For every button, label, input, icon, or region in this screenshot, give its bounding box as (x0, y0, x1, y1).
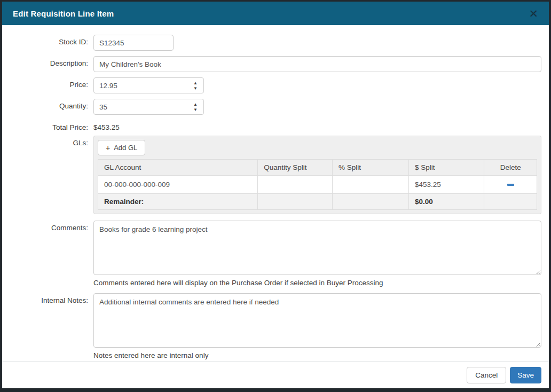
gl-table-header-row: GL Account Quantity Split % Split $ Spli… (98, 160, 537, 176)
price-label: Price: (2, 77, 93, 93)
edit-requisition-modal: Edit Requisition Line Item ✕ Stock ID: D… (2, 2, 549, 388)
delete-header: Delete (484, 160, 537, 176)
quantity-label: Quantity: (2, 99, 93, 115)
remainder-delete-cell (484, 194, 537, 210)
quantity-split-cell[interactable] (258, 176, 333, 194)
gl-account-cell[interactable]: 00-000-000-000-009 (98, 176, 258, 194)
description-input[interactable] (93, 56, 541, 72)
gl-panel: + Add GL GL Account Quantity Split % Spl… (93, 136, 541, 214)
cancel-button[interactable]: Cancel (467, 367, 506, 383)
close-icon[interactable]: ✕ (528, 7, 539, 20)
dollar-split-header: $ Split (408, 160, 484, 176)
internal-notes-row: Internal Notes: Additional internal comm… (2, 293, 541, 359)
add-gl-button-label: Add GL (114, 144, 137, 152)
gl-table-row: 00-000-000-000-009 $453.25 (98, 176, 537, 194)
save-button[interactable]: Save (510, 367, 541, 383)
percent-split-cell[interactable] (332, 176, 408, 194)
description-label: Description: (2, 56, 93, 72)
price-row: Price: ▲ ▼ (2, 77, 541, 93)
modal-header: Edit Requisition Line Item ✕ (2, 2, 549, 25)
modal-body: Stock ID: Description: Price: ▲ ▼ (2, 25, 549, 361)
total-price-label: Total Price: (2, 120, 93, 131)
spin-up-icon[interactable]: ▲ (193, 103, 198, 106)
gls-label: GLs: (2, 136, 93, 214)
spin-up-icon[interactable]: ▲ (193, 81, 198, 85)
comments-row: Comments: Books for grade 6 learning pro… (2, 221, 541, 287)
quantity-spinner: ▲ ▼ (93, 99, 204, 115)
remainder-percent-split (332, 194, 408, 210)
stock-id-label: Stock ID: (2, 35, 93, 51)
remainder-quantity-split (258, 194, 333, 210)
modal-footer: Cancel Save (2, 361, 549, 388)
modal-title: Edit Requisition Line Item (13, 9, 528, 18)
total-price-row: Total Price: $453.25 (2, 120, 541, 131)
total-price-value: $453.25 (93, 120, 541, 131)
delete-cell (484, 176, 537, 194)
plus-icon: + (106, 144, 110, 152)
spin-down-icon[interactable]: ▼ (193, 108, 198, 112)
comments-textarea[interactable]: Books for grade 6 learning project (93, 221, 541, 275)
stock-id-row: Stock ID: (2, 35, 541, 51)
quantity-row: Quantity: ▲ ▼ (2, 99, 541, 115)
price-input[interactable] (94, 82, 193, 90)
spin-down-icon[interactable]: ▼ (193, 87, 198, 90)
gl-remainder-row: Remainder: $0.00 (98, 194, 537, 210)
price-spinner: ▲ ▼ (93, 77, 204, 93)
quantity-split-header: Quantity Split (258, 160, 333, 176)
remainder-label: Remainder: (98, 194, 258, 210)
quantity-input[interactable] (94, 103, 193, 111)
comments-helper-text: Comments entered here will display on th… (93, 279, 541, 287)
gl-account-header: GL Account (98, 160, 258, 176)
remainder-dollar-split: $0.00 (408, 194, 484, 210)
add-gl-button[interactable]: + Add GL (98, 140, 145, 155)
dollar-split-cell[interactable]: $453.25 (408, 176, 484, 194)
gls-row: GLs: + Add GL GL Account Q (2, 136, 541, 214)
internal-notes-helper-text: Notes entered here are internal only (93, 351, 541, 359)
stock-id-input[interactable] (93, 35, 174, 51)
minus-icon[interactable] (507, 184, 514, 186)
gl-table: GL Account Quantity Split % Split $ Spli… (98, 159, 537, 210)
description-row: Description: (2, 56, 541, 72)
percent-split-header: % Split (332, 160, 408, 176)
internal-notes-label: Internal Notes: (2, 293, 93, 359)
internal-notes-textarea[interactable]: Additional internal comments are entered… (93, 293, 541, 348)
comments-label: Comments: (2, 221, 93, 287)
